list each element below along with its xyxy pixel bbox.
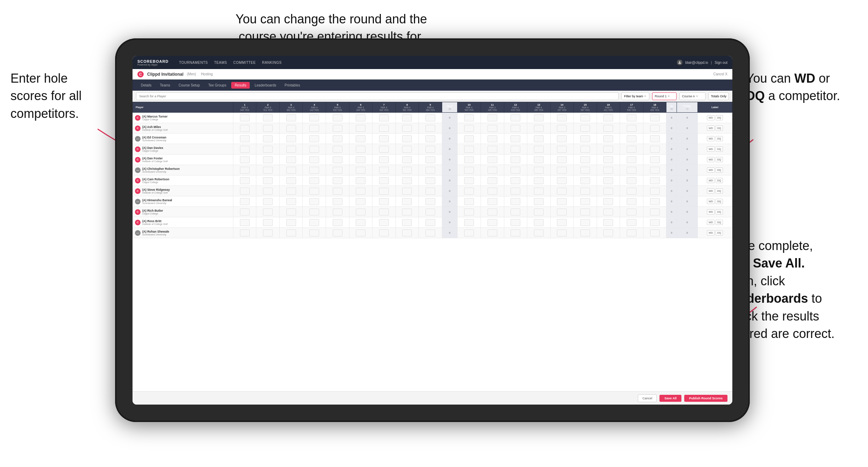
dq-button[interactable]: DQ bbox=[716, 115, 723, 120]
hole-11-input-cell[interactable] bbox=[481, 123, 504, 134]
hole-7-input[interactable] bbox=[379, 229, 389, 236]
hole-7-input-cell[interactable] bbox=[372, 113, 396, 123]
hole-8-input-cell[interactable] bbox=[395, 175, 419, 186]
hole-5-input[interactable] bbox=[333, 229, 342, 236]
hole-8-input[interactable] bbox=[402, 198, 412, 205]
hole-6-input[interactable] bbox=[356, 167, 365, 174]
hole-6-input-cell[interactable] bbox=[349, 123, 372, 134]
hole-12-input[interactable] bbox=[511, 219, 520, 226]
round-dropdown[interactable]: Round 1 ▾ bbox=[652, 92, 677, 100]
hole-17-input[interactable] bbox=[627, 156, 636, 163]
hole-18-input-cell[interactable] bbox=[643, 175, 666, 186]
hole-12-input[interactable] bbox=[511, 177, 520, 184]
hole-1-input[interactable] bbox=[240, 209, 250, 216]
hole-14-input[interactable] bbox=[557, 229, 567, 236]
hole-16-input[interactable] bbox=[603, 167, 613, 174]
hole-4-input-cell[interactable] bbox=[303, 165, 326, 175]
sign-out-link[interactable]: Sign out bbox=[715, 61, 727, 65]
hole-14-input[interactable] bbox=[557, 177, 567, 184]
hole-7-input[interactable] bbox=[379, 209, 389, 216]
hole-8-input[interactable] bbox=[402, 135, 412, 142]
hole-1-input[interactable] bbox=[240, 219, 250, 226]
hole-7-input-cell[interactable] bbox=[372, 165, 396, 175]
hole-3-input[interactable] bbox=[286, 188, 296, 195]
hole-7-input-cell[interactable] bbox=[372, 186, 396, 196]
hole-12-input-cell[interactable] bbox=[504, 207, 527, 217]
hole-1-input-cell[interactable] bbox=[233, 155, 256, 165]
hole-12-input[interactable] bbox=[511, 114, 520, 121]
hole-14-input-cell[interactable] bbox=[550, 165, 574, 175]
hole-3-input[interactable] bbox=[286, 125, 296, 132]
hole-18-input-cell[interactable] bbox=[643, 207, 666, 217]
hole-4-input-cell[interactable] bbox=[303, 186, 326, 196]
hole-18-input-cell[interactable] bbox=[643, 186, 666, 196]
hole-7-input-cell[interactable] bbox=[372, 175, 396, 186]
hole-3-input[interactable] bbox=[286, 114, 296, 121]
hole-12-input[interactable] bbox=[511, 125, 520, 132]
hole-1-input-cell[interactable] bbox=[233, 217, 256, 228]
hole-3-input[interactable] bbox=[286, 156, 296, 163]
nav-link-teams[interactable]: TEAMS bbox=[214, 61, 227, 65]
hole-16-input[interactable] bbox=[603, 146, 613, 153]
hole-10-input-cell[interactable] bbox=[458, 134, 481, 144]
hole-10-input[interactable] bbox=[464, 229, 474, 236]
hole-16-input-cell[interactable] bbox=[597, 144, 620, 155]
hole-9-input-cell[interactable] bbox=[419, 155, 442, 165]
hole-13-input[interactable] bbox=[534, 125, 544, 132]
hole-8-input[interactable] bbox=[402, 188, 412, 195]
hole-16-input[interactable] bbox=[603, 219, 613, 226]
hole-12-input[interactable] bbox=[511, 229, 520, 236]
hole-3-input-cell[interactable] bbox=[279, 228, 303, 238]
tab-printables[interactable]: Printables bbox=[281, 82, 303, 89]
hole-12-input[interactable] bbox=[511, 209, 520, 216]
hole-6-input[interactable] bbox=[356, 114, 365, 121]
hole-7-input[interactable] bbox=[379, 198, 389, 205]
hole-16-input-cell[interactable] bbox=[597, 113, 620, 123]
hole-11-input-cell[interactable] bbox=[481, 175, 504, 186]
hole-11-input[interactable] bbox=[488, 188, 497, 195]
hole-16-input[interactable] bbox=[603, 125, 613, 132]
hole-1-input[interactable] bbox=[240, 229, 250, 236]
hole-16-input-cell[interactable] bbox=[597, 134, 620, 144]
hole-17-input-cell[interactable] bbox=[620, 175, 643, 186]
hole-18-input[interactable] bbox=[650, 114, 660, 121]
hole-18-input-cell[interactable] bbox=[643, 165, 666, 175]
hole-1-input[interactable] bbox=[240, 125, 250, 132]
hole-6-input-cell[interactable] bbox=[349, 113, 372, 123]
hole-12-input[interactable] bbox=[511, 156, 520, 163]
hole-13-input[interactable] bbox=[534, 229, 544, 236]
hole-1-input[interactable] bbox=[240, 156, 250, 163]
hole-4-input[interactable] bbox=[309, 125, 319, 132]
hole-4-input-cell[interactable] bbox=[303, 217, 326, 228]
hole-9-input[interactable] bbox=[425, 229, 435, 236]
hole-17-input-cell[interactable] bbox=[620, 113, 643, 123]
hole-5-input[interactable] bbox=[333, 135, 342, 142]
hole-15-input-cell[interactable] bbox=[574, 175, 597, 186]
hole-10-input-cell[interactable] bbox=[458, 123, 481, 134]
hole-17-input-cell[interactable] bbox=[620, 123, 643, 134]
hole-8-input[interactable] bbox=[402, 156, 412, 163]
hole-15-input-cell[interactable] bbox=[574, 207, 597, 217]
hole-14-input[interactable] bbox=[557, 135, 567, 142]
hole-10-input-cell[interactable] bbox=[458, 113, 481, 123]
hole-4-input[interactable] bbox=[309, 229, 319, 236]
hole-9-input-cell[interactable] bbox=[419, 196, 442, 207]
hole-6-input[interactable] bbox=[356, 229, 365, 236]
hole-15-input-cell[interactable] bbox=[574, 155, 597, 165]
hole-8-input[interactable] bbox=[402, 125, 412, 132]
hole-5-input[interactable] bbox=[333, 177, 342, 184]
hole-3-input-cell[interactable] bbox=[279, 175, 303, 186]
hole-9-input[interactable] bbox=[425, 135, 435, 142]
totals-only-button[interactable]: Totals Only bbox=[708, 92, 729, 100]
hole-6-input[interactable] bbox=[356, 156, 365, 163]
hole-13-input-cell[interactable] bbox=[527, 144, 551, 155]
hole-10-input-cell[interactable] bbox=[458, 228, 481, 238]
hole-2-input-cell[interactable] bbox=[256, 113, 280, 123]
hole-3-input-cell[interactable] bbox=[279, 155, 303, 165]
hole-5-input-cell[interactable] bbox=[326, 165, 349, 175]
dq-button[interactable]: DQ bbox=[716, 136, 723, 141]
hole-4-input-cell[interactable] bbox=[303, 134, 326, 144]
hole-18-input-cell[interactable] bbox=[643, 196, 666, 207]
hole-8-input[interactable] bbox=[402, 114, 412, 121]
hole-7-input-cell[interactable] bbox=[372, 217, 396, 228]
